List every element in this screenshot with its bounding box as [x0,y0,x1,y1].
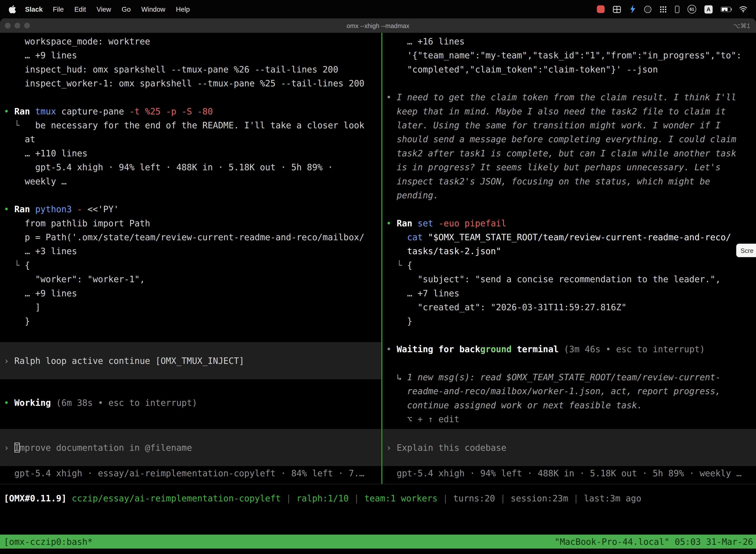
terminal-line [4,90,381,104]
terminal-line: gpt-5.4 xhigh · 94% left · 488K in · 5.1… [4,160,381,174]
wifi-icon[interactable] [739,6,747,12]
terminal-line [4,379,381,393]
text-segment: • [386,218,397,228]
text-segment: Working [14,398,56,408]
text-segment: inspect task2's JSON, focusing on the st… [386,176,710,186]
text-segment: task2 after task1 is complete, but can I… [386,148,736,158]
window-title-bar[interactable]: omx --xhigh --madmax ⌥⌘1 [0,18,756,33]
device-glyph [675,5,679,13]
tmux-pane-right[interactable]: … +16 lines '{"team_name":"my-team","tas… [382,33,756,484]
terminal-content[interactable]: workspace_mode: worktree … +9 lines insp… [0,33,756,484]
input-source-icon[interactable]: A [704,5,712,13]
ralph-injected-message: › Ralph loop active continue [OMX_TMUX_I… [0,342,381,379]
text-segment: … +3 lines [4,246,77,256]
text-segment: … +110 lines [4,148,87,158]
menu-bar-left: Slack File Edit View Go Window Help [0,4,195,14]
menu-app-name[interactable]: Slack [20,5,48,13]
text-segment: ⌥ + ↑ edit [386,414,459,424]
text-segment: } [386,316,412,326]
text-segment: keep that in mind. Maybe I also need the… [386,106,726,116]
dots-grid-icon[interactable] [659,5,667,13]
text-segment: p = Path('.omx/state/team/review-current… [4,232,365,242]
battery-charging-icon[interactable] [721,6,731,12]
text-segment: last:3m ago [584,493,641,503]
battery-glyph [721,6,731,12]
text-segment: › [4,356,14,366]
device-icon[interactable] [675,5,679,13]
terminal-line [386,202,756,216]
text-segment: • [4,106,14,116]
prompt-suggestion-row[interactable]: › Explain this codebase [382,429,756,466]
terminal-line: ⌥ + ↑ edit [386,412,756,426]
text-segment: tasks/task-2.json" [386,246,501,256]
text-segment: Ran [14,204,35,214]
terminal-line: cat "$OMX_TEAM_STATE_ROOT/team/review-cu… [386,230,756,244]
text-segment: pending. [386,190,439,200]
menu-file[interactable]: File [48,5,69,13]
window-grid-icon[interactable] [613,5,621,13]
text-segment: … +9 lines [4,50,77,60]
terminal-line: … +9 lines [4,48,381,62]
menu-edit[interactable]: Edit [69,5,91,13]
screen-recording-indicator-icon[interactable] [597,5,605,13]
text-segment: | [349,493,364,503]
text-segment: › [4,443,14,453]
terminal-line [4,328,381,342]
apple-menu[interactable] [6,4,20,14]
text-segment: } [4,316,30,326]
spark-icon[interactable] [629,5,636,13]
terminal-line: inspect task2's JSON, focusing on the st… [386,174,756,188]
menu-view[interactable]: View [91,5,116,13]
text-segment: - [77,204,87,214]
zoom-button[interactable] [24,22,30,28]
text-segment: inspect_worker-1: omx sparkshell --tmux-… [4,78,365,88]
text-segment: • [386,92,397,102]
text-segment: "$OMX_TEAM_STATE_ROOT/team/review-curren… [428,232,731,242]
terminal-line: ] [4,300,381,314]
terminal-line: "worker": "worker-1", [4,272,381,286]
text-segment: continue assigned work or next feasible … [386,400,642,410]
text-segment: | [438,493,453,503]
screenshot-notification[interactable]: Scre [736,244,756,257]
terminal-line: • Ran tmux capture-pane -t %25 -p -S -80 [4,104,381,118]
text-segment: Waiting for back [397,344,480,354]
menu-help[interactable]: Help [171,5,195,13]
terminal-window: omx --xhigh --madmax ⌥⌘1 workspace_mode:… [0,18,756,554]
text-cursor: I [14,443,19,453]
text-segment: cczip/essay/ai-reimplementation-copyleft [72,493,281,503]
menu-window[interactable]: Window [136,5,171,13]
pane-scrollback: … +16 lines '{"team_name":"my-team","tas… [386,34,756,426]
apple-logo-icon [9,4,16,14]
terminal-line: keep that in mind. Maybe I also need the… [386,104,756,118]
terminal-line: at [4,132,381,146]
terminal-line: inspect_hud: omx sparkshell --tmux-pane … [4,62,381,76]
terminal-line: • I need to get the claim token from the… [386,90,756,104]
prompt-input-row[interactable]: › Improve documentation in @filename [0,429,381,466]
screenshot-notification-label: Scre [741,247,754,254]
text-segment: gpt-5.4 xhigh · 94% left · 488K in · 5.1… [4,162,333,172]
text-segment: ralph:1/10 [296,493,349,503]
macos-menu-bar: Slack File Edit View Go Window Help [0,0,756,18]
text-segment: -t %25 -p -S -80 [129,106,213,116]
text-segment: inspect_hud: omx sparkshell --tmux-pane … [4,64,338,74]
text-segment: '{"team_name":"my-team","task_id":"1","f… [386,50,741,60]
text-segment: "completed","claim_token":"claim-token"}… [386,64,658,74]
text-segment: weekly … [4,176,67,186]
menu-go[interactable]: Go [116,5,136,13]
minimize-button[interactable] [14,22,20,28]
terminal-line: tasks/task-2.json" [386,244,756,258]
close-button[interactable] [5,22,10,28]
text-segment: ↳ 1 new msg(s): read $OMX_TEAM_STATE_ROO… [386,372,720,382]
tmux-status-bar: [omx-cczip0:bash* "MacBook-Pro-44.local"… [0,535,756,549]
circle-glyph [644,5,651,13]
terminal-line: └ { [4,258,381,272]
text-segment: readme-and-reco/mailbox/worker-1.json, a… [386,386,720,396]
circle-app-icon[interactable] [644,5,651,13]
terminal-line: "created_at": "2026-03-31T11:59:27.816Z" [386,300,756,314]
terminal-line: • Ran set -euo pipefail [386,216,756,230]
tmux-pane-left[interactable]: workspace_mode: worktree … +9 lines insp… [0,33,381,484]
text-segment: capture-pane [61,106,129,116]
count-badge-icon[interactable]: 61 [688,5,696,13]
text-segment: (3m 46s • esc to interrupt) [564,344,705,354]
text-segment: should send a message before completing … [386,134,736,144]
